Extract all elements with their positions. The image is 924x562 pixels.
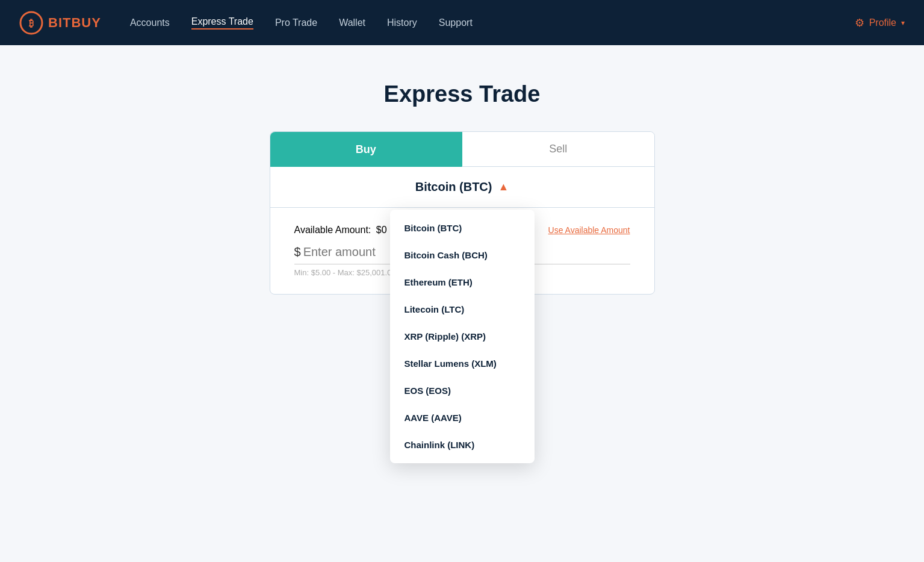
chevron-up-icon: ▲ <box>498 181 509 193</box>
dropdown-item-eth[interactable]: Ethereum (ETH) <box>390 269 535 296</box>
trade-card: Buy Sell Bitcoin (BTC) ▲ Bitcoin (BTC) B… <box>270 131 655 295</box>
trade-tabs: Buy Sell <box>270 132 654 167</box>
chevron-down-icon: ▾ <box>901 19 905 27</box>
nav-support[interactable]: Support <box>439 17 473 28</box>
logo-bit: BIT <box>48 15 71 30</box>
dropdown-item-xrp[interactable]: XRP (Ripple) (XRP) <box>390 323 535 350</box>
available-amount-value: $0 <box>376 225 387 235</box>
nav-accounts[interactable]: Accounts <box>130 17 170 28</box>
profile-menu[interactable]: ⚙ Profile ▾ <box>855 16 905 30</box>
dropdown-item-link[interactable]: Chainlink (LINK) <box>390 431 535 458</box>
navbar: ₿ BITBUY Accounts Express Trade Pro Trad… <box>0 0 924 45</box>
page-title: Express Trade <box>384 81 541 107</box>
dropdown-item-ltc[interactable]: Litecoin (LTC) <box>390 296 535 323</box>
use-available-amount-link[interactable]: Use Available Amount <box>548 225 630 235</box>
buy-tab[interactable]: Buy <box>270 132 462 167</box>
dropdown-item-btc[interactable]: Bitcoin (BTC) <box>390 214 535 242</box>
dropdown-item-aave[interactable]: AAVE (AAVE) <box>390 404 535 431</box>
logo-buy: BUY <box>71 15 101 30</box>
dollar-sign: $ <box>294 245 301 259</box>
nav-wallet[interactable]: Wallet <box>339 17 365 28</box>
nav-express-trade[interactable]: Express Trade <box>191 16 253 30</box>
nav-history[interactable]: History <box>387 17 417 28</box>
dropdown-item-eos[interactable]: EOS (EOS) <box>390 377 535 404</box>
profile-label: Profile <box>869 17 896 28</box>
gear-icon: ⚙ <box>855 16 864 30</box>
nav-pro-trade[interactable]: Pro Trade <box>275 17 317 28</box>
svg-text:₿: ₿ <box>29 18 34 28</box>
sell-tab[interactable]: Sell <box>462 132 654 167</box>
currency-selector[interactable]: Bitcoin (BTC) ▲ Bitcoin (BTC) Bitcoin Ca… <box>270 167 654 208</box>
currency-dropdown: Bitcoin (BTC) Bitcoin Cash (BCH) Ethereu… <box>390 210 535 463</box>
nav-links: Accounts Express Trade Pro Trade Wallet … <box>130 16 855 30</box>
available-amount-label: Available Amount: $0 <box>294 225 387 236</box>
dropdown-item-bch[interactable]: Bitcoin Cash (BCH) <box>390 242 535 269</box>
dropdown-item-xlm[interactable]: Stellar Lumens (XLM) <box>390 350 535 377</box>
logo-icon: ₿ <box>19 11 43 35</box>
main-content: Express Trade Buy Sell Bitcoin (BTC) ▲ B… <box>0 45 924 295</box>
selected-currency-label: Bitcoin (BTC) <box>415 180 492 194</box>
logo[interactable]: ₿ BITBUY <box>19 11 101 35</box>
